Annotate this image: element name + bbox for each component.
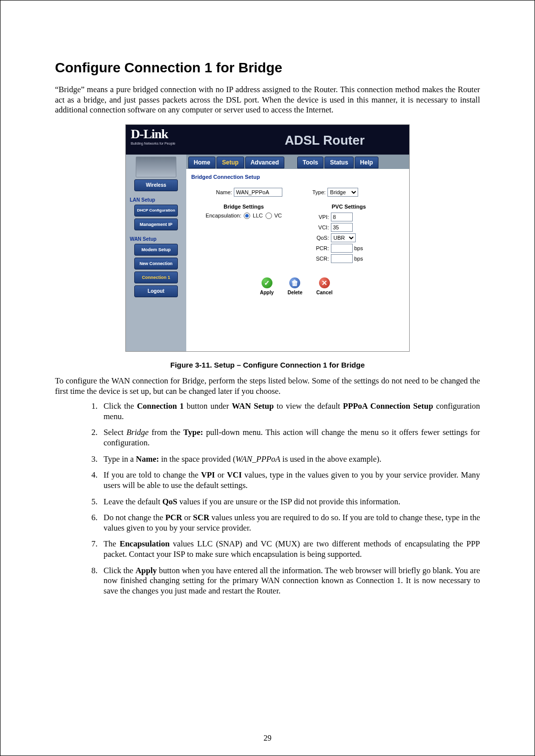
scr-input[interactable] xyxy=(331,254,353,263)
delete-label: Delete xyxy=(287,290,302,295)
name-label: Name: xyxy=(216,189,232,195)
pcr-input[interactable] xyxy=(331,244,353,253)
page-content: Configure Connection 1 for Bridge “Bridg… xyxy=(19,20,516,596)
vci-label: VCI: xyxy=(310,224,329,230)
type-row: Type: Bridge xyxy=(312,188,358,197)
sidebar-item-connection-1[interactable]: Connection 1 xyxy=(134,271,178,283)
document-page: Configure Connection 1 for Bridge “Bridg… xyxy=(0,0,535,756)
router-title: ADSL Router xyxy=(285,133,365,148)
step-6: Do not change the PCR or SCR values unle… xyxy=(100,513,480,533)
vpi-label: VPI: xyxy=(310,214,329,220)
steps-list: Click the Connection 1 button under WAN … xyxy=(55,401,480,596)
figure-caption: Figure 3-11. Setup – Configure Connectio… xyxy=(55,361,480,369)
tab-tools[interactable]: Tools xyxy=(297,157,323,168)
page-number: 29 xyxy=(0,734,535,743)
apply-button[interactable]: ✓ Apply xyxy=(260,277,274,295)
vpi-input[interactable] xyxy=(331,213,353,221)
radio-llc[interactable] xyxy=(244,213,250,219)
step-7: The Encapsulation values LLC (SNAP) and … xyxy=(100,539,480,559)
tab-home[interactable]: Home xyxy=(188,157,215,168)
step-2: Select Bridge from the Type: pull-down m… xyxy=(100,428,480,448)
product-image xyxy=(136,157,176,177)
page-heading: Configure Connection 1 for Bridge xyxy=(55,60,480,76)
qos-label: QoS: xyxy=(310,235,329,241)
trash-icon: 🗑 xyxy=(289,277,300,288)
form-panel: Bridged Connection Setup Name: Type: Bri… xyxy=(186,168,409,351)
sidebar-label-wan-setup: WAN Setup xyxy=(130,236,186,242)
sidebar-item-modem[interactable]: Modem Setup xyxy=(134,244,178,256)
form-heading: Bridged Connection Setup xyxy=(191,174,401,180)
type-label: Type: xyxy=(312,189,325,195)
brand-logo: D-Link xyxy=(131,127,168,142)
router-header: D-Link Building Networks for People ADSL… xyxy=(126,125,409,155)
step-3: Type in a Name: in the space provided (W… xyxy=(100,454,480,465)
step-1: Click the Connection 1 button under WAN … xyxy=(100,401,480,422)
tabbar: Home Setup Advanced Tools Status Help xyxy=(186,155,409,168)
router-body: Wireless LAN Setup DHCP Configuration Ma… xyxy=(126,155,409,351)
type-select[interactable]: Bridge xyxy=(327,188,358,197)
sidebar-item-wireless[interactable]: Wireless xyxy=(134,179,178,191)
main-area: Home Setup Advanced Tools Status Help Br… xyxy=(186,155,409,351)
pcr-label: PCR: xyxy=(310,245,329,251)
encapsulation-row: Encapsulation: LLC VC xyxy=(191,213,296,219)
delete-button[interactable]: 🗑 Delete xyxy=(287,277,302,295)
check-icon: ✓ xyxy=(262,277,272,288)
name-row: Name: xyxy=(216,188,282,197)
radio-vc-label: VC xyxy=(274,213,282,218)
pvc-settings-col: PVC Settings VPI: VCI: xyxy=(296,204,401,265)
brand-tagline: Building Networks for People xyxy=(131,142,175,145)
sidebar-item-dhcp[interactable]: DHCP Configuration xyxy=(134,205,178,216)
radio-vc[interactable] xyxy=(266,213,272,219)
bridge-settings-col: Bridge Settings Encapsulation: LLC VC xyxy=(191,204,296,265)
step-5: Leave the default QoS values if you are … xyxy=(100,497,480,507)
pcr-unit: bps xyxy=(354,245,363,251)
action-row: ✓ Apply 🗑 Delete ✕ Cancel xyxy=(191,277,401,295)
vci-input[interactable] xyxy=(331,223,353,232)
apply-label: Apply xyxy=(260,290,274,295)
encapsulation-label: Encapsulation: xyxy=(206,213,241,218)
bridge-settings-title: Bridge Settings xyxy=(191,204,296,210)
sidebar-item-mgmt-ip[interactable]: Management IP xyxy=(134,218,178,230)
scr-unit: bps xyxy=(354,256,363,262)
name-input[interactable] xyxy=(234,188,282,197)
radio-llc-label: LLC xyxy=(253,213,263,218)
step-4: If you are told to change the VPI or VCI… xyxy=(100,470,480,490)
tab-advanced[interactable]: Advanced xyxy=(245,157,284,168)
tab-help[interactable]: Help xyxy=(355,157,378,168)
settings-columns: Bridge Settings Encapsulation: LLC VC xyxy=(191,204,401,265)
sidebar: Wireless LAN Setup DHCP Configuration Ma… xyxy=(126,155,186,351)
sidebar-label-lan-setup: LAN Setup xyxy=(130,197,186,203)
step-8: Click the Apply button when you have ent… xyxy=(100,566,480,596)
tab-setup[interactable]: Setup xyxy=(216,157,244,168)
scr-label: SCR: xyxy=(310,256,329,262)
intro-paragraph: “Bridge” means a pure bridged connection… xyxy=(55,85,480,115)
cancel-button[interactable]: ✕ Cancel xyxy=(317,277,333,295)
sidebar-item-new-connection[interactable]: New Connection xyxy=(134,258,178,270)
tab-status[interactable]: Status xyxy=(324,157,354,168)
close-icon: ✕ xyxy=(319,277,330,288)
pvc-settings-title: PVC Settings xyxy=(296,204,401,210)
after-figure-paragraph: To configure the WAN connection for Brid… xyxy=(55,376,480,396)
sidebar-item-logout[interactable]: Logout xyxy=(134,285,178,297)
cancel-label: Cancel xyxy=(317,290,333,295)
router-screenshot: D-Link Building Networks for People ADSL… xyxy=(125,124,410,352)
qos-select[interactable]: UBR xyxy=(331,233,356,242)
